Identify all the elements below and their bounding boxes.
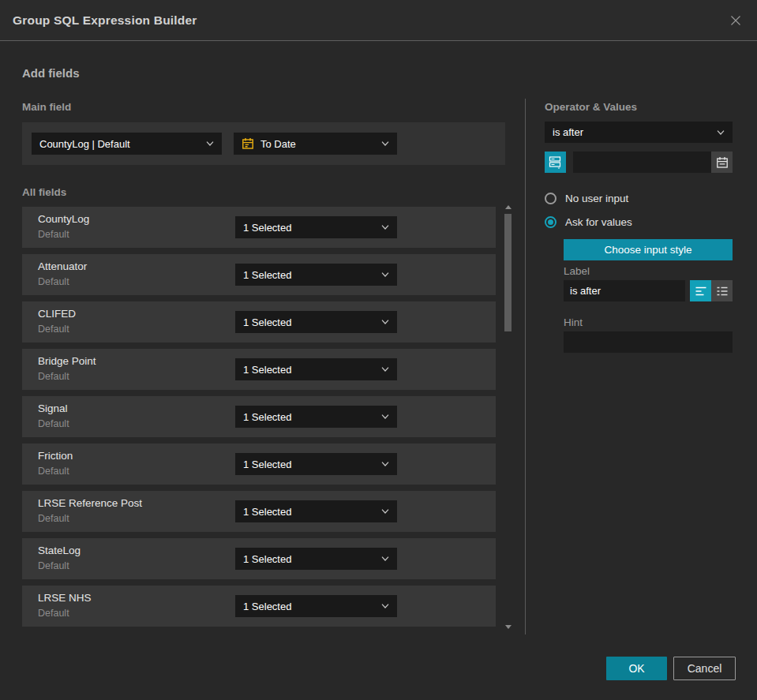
field-selected-dropdown[interactable]: 1 Selected — [235, 406, 397, 428]
field-row: FrictionDefault1 Selected — [22, 444, 496, 485]
field-name: StateLog — [38, 545, 81, 556]
field-selected-value: 1 Selected — [243, 411, 377, 423]
chevron-down-icon — [381, 141, 389, 146]
main-field-label: Main field — [22, 101, 71, 113]
align-left-icon — [695, 286, 707, 297]
field-name: Friction — [38, 450, 73, 462]
main-field-dropdown-value: CountyLog | Default — [39, 138, 201, 150]
field-row: Bridge PointDefault1 Selected — [22, 349, 496, 390]
field-selected-dropdown[interactable]: 1 Selected — [235, 595, 397, 617]
label-style-text-button[interactable] — [690, 280, 711, 301]
field-selected-dropdown[interactable]: 1 Selected — [235, 500, 397, 522]
field-selected-value: 1 Selected — [243, 364, 377, 376]
field-name: Attenuator — [38, 260, 87, 272]
field-row: CountyLogDefault1 Selected — [22, 207, 496, 248]
field-name: LRSE NHS — [38, 592, 92, 604]
main-field-date-dropdown[interactable]: To Date — [234, 133, 397, 155]
close-icon — [729, 14, 742, 27]
field-subtitle: Default — [38, 560, 69, 571]
value-type-button[interactable] — [545, 152, 566, 173]
field-subtitle: Default — [38, 418, 69, 429]
radio-circle-icon — [545, 216, 557, 228]
field-selected-value: 1 Selected — [243, 601, 377, 612]
chevron-down-icon — [381, 320, 389, 324]
operator-values-heading: Operator & Values — [545, 101, 637, 113]
dialog-header: Group SQL Expression Builder — [0, 0, 757, 41]
field-subtitle: Default — [38, 466, 69, 477]
field-row: CLIFEDDefault1 Selected — [22, 301, 496, 343]
panel-divider — [525, 99, 526, 634]
field-selected-dropdown[interactable]: 1 Selected — [235, 311, 397, 333]
operator-dropdown[interactable]: is after — [545, 122, 733, 143]
radio-circle-icon — [545, 193, 557, 204]
chevron-down-icon — [206, 141, 214, 146]
label-style-list-button[interactable] — [711, 280, 733, 301]
stacked-inputs-icon — [549, 155, 562, 169]
field-subtitle: Default — [38, 229, 69, 240]
radio-label: Ask for values — [565, 216, 632, 228]
label-input[interactable] — [564, 280, 685, 301]
ok-button[interactable]: OK — [606, 657, 667, 680]
radio-ask-for-values[interactable]: Ask for values — [545, 216, 632, 228]
choose-input-style-button[interactable]: Choose input style — [564, 239, 733, 260]
field-row: LRSE Reference PostDefault1 Selected — [22, 491, 496, 532]
chevron-down-icon — [381, 462, 389, 466]
hint-field-label: Hint — [564, 316, 583, 328]
chevron-down-icon — [381, 367, 389, 372]
field-subtitle: Default — [38, 608, 69, 619]
date-dropdown-value: To Date — [260, 138, 377, 150]
field-selected-value: 1 Selected — [243, 222, 377, 234]
scrollbar-down-arrow-icon[interactable] — [505, 625, 512, 629]
field-selected-dropdown[interactable]: 1 Selected — [235, 216, 397, 238]
chevron-down-icon — [381, 509, 389, 514]
chevron-down-icon — [717, 130, 725, 135]
field-name: CLIFED — [38, 308, 76, 320]
calendar-icon — [242, 137, 254, 150]
cancel-button[interactable]: Cancel — [673, 657, 736, 680]
main-field-dropdown[interactable]: CountyLog | Default — [32, 133, 222, 155]
chevron-down-icon — [381, 225, 389, 230]
date-picker-button[interactable] — [711, 152, 733, 173]
chevron-down-icon — [381, 414, 389, 419]
scrollbar-up-arrow-icon[interactable] — [505, 205, 512, 209]
field-row: LRSE NHSDefault1 Selected — [22, 586, 496, 627]
label-field-label: Label — [564, 265, 590, 277]
field-name: LRSE Reference Post — [38, 497, 142, 509]
chevron-down-icon — [381, 604, 389, 608]
add-fields-heading: Add fields — [22, 66, 80, 80]
field-name: Bridge Point — [38, 355, 96, 367]
field-selected-dropdown[interactable]: 1 Selected — [235, 358, 397, 380]
field-selected-dropdown[interactable]: 1 Selected — [235, 264, 397, 286]
field-row: AttenuatorDefault1 Selected — [22, 254, 496, 295]
field-selected-value: 1 Selected — [243, 269, 377, 281]
operator-dropdown-value: is after — [553, 126, 712, 138]
hint-input[interactable] — [564, 331, 733, 353]
chevron-down-icon — [381, 272, 389, 277]
field-row: SignalDefault1 Selected — [22, 396, 496, 437]
main-field-panel: CountyLog | Default To Date — [22, 122, 505, 165]
field-selected-dropdown[interactable]: 1 Selected — [235, 548, 397, 570]
field-row: StateLogDefault1 Selected — [22, 538, 496, 579]
field-name: CountyLog — [38, 213, 89, 225]
field-selected-value: 1 Selected — [243, 553, 377, 565]
list-icon — [716, 286, 729, 297]
all-fields-label: All fields — [22, 186, 66, 198]
calendar-icon — [716, 156, 729, 169]
chevron-down-icon — [381, 556, 389, 561]
field-subtitle: Default — [38, 513, 69, 524]
field-subtitle: Default — [38, 276, 69, 287]
field-selected-value: 1 Selected — [243, 506, 377, 518]
radio-label: No user input — [565, 193, 628, 204]
field-selected-value: 1 Selected — [243, 459, 377, 470]
field-subtitle: Default — [38, 324, 69, 335]
all-fields-list: CountyLogDefault1 SelectedAttenuatorDefa… — [22, 207, 496, 633]
dialog-title: Group SQL Expression Builder — [13, 13, 197, 28]
close-button[interactable] — [727, 12, 744, 29]
field-name: Signal — [38, 402, 68, 414]
radio-no-user-input[interactable]: No user input — [545, 193, 628, 204]
scrollbar-thumb[interactable] — [504, 214, 512, 331]
value-input[interactable] — [573, 152, 711, 173]
field-selected-dropdown[interactable]: 1 Selected — [235, 453, 397, 475]
field-subtitle: Default — [38, 371, 69, 382]
field-selected-value: 1 Selected — [243, 316, 377, 328]
